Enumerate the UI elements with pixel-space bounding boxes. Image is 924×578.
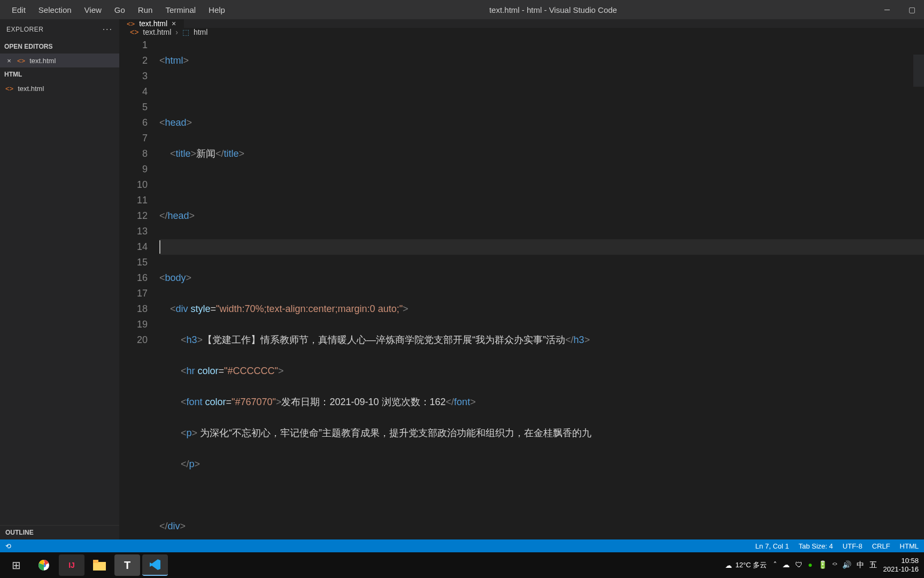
workspace-file-item[interactable]: <> text.html [0, 81, 119, 95]
element-icon: ⬚ [182, 28, 189, 36]
line-gutter: 1 2 3 4 5 6 7 8 9 10 11 12 13 14 15 16 1… [119, 37, 159, 578]
html-file-icon: <> [5, 85, 13, 93]
window-title: text.html - html - Visual Studio Code [232, 5, 875, 14]
intellij-icon[interactable]: IJ [59, 554, 84, 576]
explorer-actions-icon[interactable]: ··· [103, 25, 113, 34]
workspace-label[interactable]: HTML [0, 67, 119, 81]
menu-view[interactable]: View [78, 2, 108, 18]
maximize-button[interactable]: ▢ [899, 0, 924, 19]
html-file-icon: <> [130, 28, 138, 36]
tab-text-html[interactable]: <> text.html × [119, 19, 184, 28]
breadcrumb-element[interactable]: html [194, 28, 207, 36]
minimize-button[interactable]: ─ [875, 0, 899, 19]
open-editor-filename: text.html [29, 57, 56, 65]
open-editor-item[interactable]: × <> text.html [0, 54, 119, 67]
menu-selection[interactable]: Selection [32, 2, 78, 18]
tab-label: text.html [139, 19, 167, 28]
breadcrumb[interactable]: <> text.html › ⬚ html [119, 28, 924, 36]
explorer-panel: EXPLORER ··· OPEN EDITORS × <> text.html… [0, 19, 119, 539]
menu-run[interactable]: Run [132, 2, 159, 18]
explorer-title: EXPLORER [6, 26, 43, 33]
breadcrumb-file[interactable]: text.html [143, 28, 171, 36]
svg-rect-3 [93, 560, 98, 563]
outline-section[interactable]: OUTLINE [0, 525, 119, 539]
code-content[interactable]: <html> <head> <title>新闻</title> </head> … [159, 37, 924, 578]
workspace-filename: text.html [18, 85, 44, 93]
minimap[interactable] [913, 55, 924, 87]
code-editor[interactable]: 1 2 3 4 5 6 7 8 9 10 11 12 13 14 15 16 1… [119, 36, 924, 578]
editor-tabs: <> text.html × [119, 19, 924, 28]
editor-area: <> text.html × <> text.html › ⬚ html 1 2… [119, 19, 924, 539]
html-file-icon: <> [127, 20, 135, 28]
menu-go[interactable]: Go [108, 2, 132, 18]
menu-bar: Edit Selection View Go Run Terminal Help [0, 2, 232, 18]
svg-rect-2 [93, 562, 106, 571]
titlebar: Edit Selection View Go Run Terminal Help… [0, 0, 924, 19]
html-file-icon: <> [17, 57, 25, 65]
taskbar-app-icon[interactable]: ⊞ [3, 554, 29, 576]
menu-help[interactable]: Help [202, 2, 232, 18]
open-editors-label[interactable]: OPEN EDITORS [0, 40, 119, 54]
chrome-icon[interactable] [31, 554, 57, 576]
menu-edit[interactable]: Edit [5, 2, 32, 18]
file-explorer-icon[interactable] [87, 554, 112, 576]
status-left-icon[interactable]: ⟲ [5, 542, 11, 550]
close-tab-icon[interactable]: × [172, 19, 176, 28]
chevron-right-icon: › [175, 28, 178, 36]
window-controls: ─ ▢ [875, 0, 924, 19]
menu-terminal[interactable]: Terminal [159, 2, 202, 18]
close-icon[interactable]: × [5, 57, 13, 65]
